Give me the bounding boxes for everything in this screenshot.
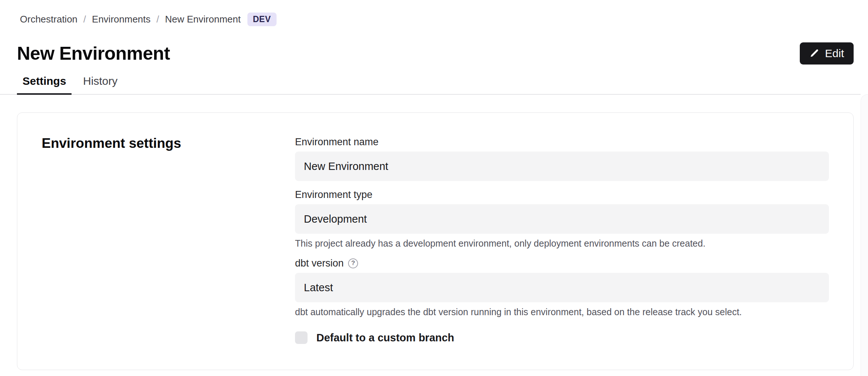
- tab-bar: Settings History: [0, 75, 861, 95]
- breadcrumb-separator: /: [156, 14, 159, 25]
- dbt-version-label-text: dbt version: [295, 257, 344, 269]
- environment-type-input[interactable]: Development: [295, 204, 829, 234]
- edit-button-label: Edit: [825, 47, 844, 60]
- breadcrumb-item-current: New Environment: [165, 14, 241, 25]
- edit-button[interactable]: Edit: [800, 42, 854, 65]
- breadcrumb: Orchestration / Environments / New Envir…: [20, 13, 854, 26]
- dbt-version-label: dbt version ?: [295, 257, 829, 269]
- tab-history[interactable]: History: [77, 75, 123, 94]
- dbt-version-helper-text: dbt automatically upgrades the dbt versi…: [295, 306, 829, 318]
- breadcrumb-item-environments[interactable]: Environments: [92, 14, 150, 25]
- environment-settings-form: Environment name New Environment Environ…: [295, 136, 829, 344]
- card-left-column: Environment settings: [42, 136, 295, 344]
- breadcrumb-item-orchestration[interactable]: Orchestration: [20, 14, 77, 25]
- help-icon[interactable]: ?: [348, 258, 358, 268]
- custom-branch-row: Default to a custom branch: [295, 331, 829, 344]
- environment-type-field: Environment type Development This projec…: [295, 188, 829, 250]
- dev-badge: DEV: [247, 13, 277, 26]
- pencil-icon: [809, 48, 820, 59]
- environment-name-label: Environment name: [295, 136, 829, 148]
- section-title: Environment settings: [42, 136, 295, 151]
- page: Orchestration / Environments / New Envir…: [0, 13, 868, 376]
- dbt-version-field: dbt version ? Latest dbt automatically u…: [295, 257, 829, 318]
- dbt-version-input[interactable]: Latest: [295, 273, 829, 302]
- custom-branch-checkbox[interactable]: [295, 331, 308, 344]
- scrollbar-gutter: [861, 94, 868, 376]
- custom-branch-label: Default to a custom branch: [316, 332, 454, 344]
- page-title: New Environment: [17, 43, 170, 64]
- environment-type-helper-text: This project already has a development e…: [295, 237, 829, 250]
- environment-name-input[interactable]: New Environment: [295, 152, 829, 181]
- breadcrumb-separator: /: [83, 14, 86, 25]
- tab-settings[interactable]: Settings: [17, 75, 72, 95]
- environment-type-label: Environment type: [295, 188, 829, 201]
- environment-settings-card: Environment settings Environment name Ne…: [17, 112, 854, 370]
- environment-name-field: Environment name New Environment: [295, 136, 829, 181]
- title-row: New Environment Edit: [17, 42, 854, 65]
